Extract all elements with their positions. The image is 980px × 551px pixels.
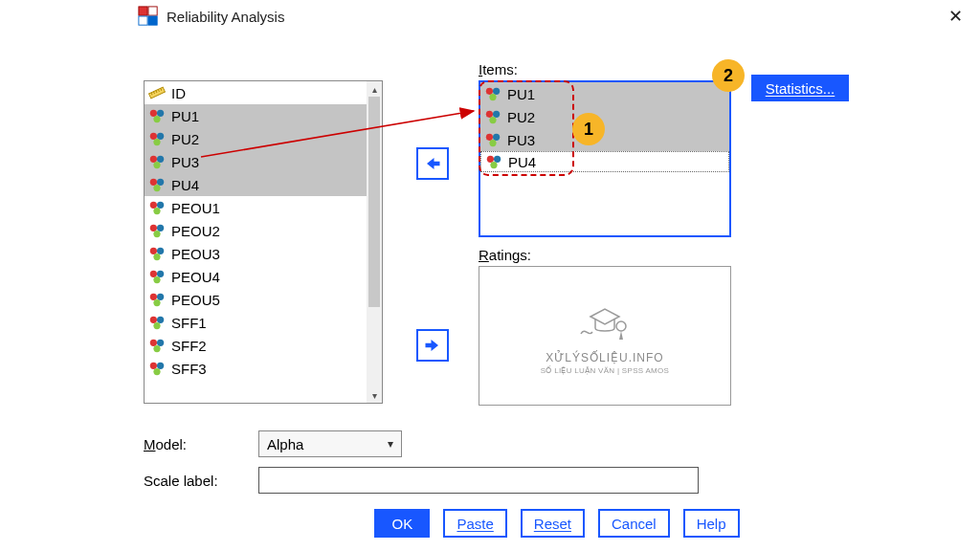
nominal-icon: [148, 130, 166, 147]
variable-row[interactable]: PEOU3: [145, 242, 368, 265]
nominal-icon: [148, 245, 166, 262]
dialog-button-row: OK Paste Reset Cancel Help: [134, 509, 980, 538]
model-select[interactable]: Alpha ▾: [258, 430, 402, 457]
svg-point-14: [157, 133, 164, 140]
svg-point-51: [489, 117, 496, 123]
help-button[interactable]: Help: [683, 509, 740, 538]
nominal-icon: [484, 85, 501, 102]
svg-point-53: [493, 134, 500, 141]
titlebar: Reliability Analysis ✕: [134, 0, 980, 33]
ratings-label: Ratings:: [479, 247, 531, 263]
source-variable-list[interactable]: IDPU1PU2PU3PU4PEOU1PEOU2PEOU3PEOU4PEOU5S…: [144, 80, 383, 404]
close-button[interactable]: ✕: [941, 4, 970, 29]
items-row[interactable]: PU3: [480, 128, 729, 151]
variable-row[interactable]: PU1: [145, 104, 368, 127]
cancel-button[interactable]: Cancel: [598, 509, 670, 538]
nominal-icon: [148, 337, 166, 354]
svg-point-49: [486, 111, 493, 118]
svg-rect-0: [139, 7, 147, 15]
svg-point-50: [493, 111, 500, 118]
dialog-body: IDPU1PU2PU3PU4PEOU1PEOU2PEOU3PEOU4PEOU5S…: [134, 33, 980, 551]
svg-point-31: [150, 271, 157, 277]
items-row[interactable]: PU2: [480, 105, 729, 128]
variable-row[interactable]: ID: [145, 81, 368, 104]
app-icon: [138, 6, 159, 27]
model-value: Alpha: [267, 436, 303, 452]
svg-point-15: [153, 139, 160, 145]
arrow-left-icon: [424, 155, 441, 172]
paste-button[interactable]: Paste: [443, 509, 506, 538]
variable-row[interactable]: PU2: [145, 127, 368, 150]
variable-row[interactable]: PEOU2: [145, 219, 368, 242]
items-row[interactable]: PU1: [480, 82, 729, 105]
variable-row[interactable]: PEOU1: [145, 196, 368, 219]
svg-point-42: [153, 345, 160, 352]
variable-row[interactable]: SFF3: [145, 357, 368, 380]
variable-row[interactable]: SFF2: [145, 334, 368, 357]
variable-name: PU3: [171, 154, 199, 170]
watermark-title: XỬLÝSỐLIỆU.INFO: [546, 351, 663, 364]
move-to-items-button[interactable]: [416, 147, 449, 180]
svg-point-20: [157, 179, 164, 186]
svg-point-29: [157, 248, 164, 254]
ratings-list[interactable]: XỬLÝSỐLIỆU.INFO SỐ LIỆU LUẬN VĂN | SPSS …: [479, 266, 731, 406]
svg-point-18: [153, 162, 160, 168]
scroll-down-icon[interactable]: ▾: [367, 387, 382, 403]
nominal-icon: [485, 153, 502, 170]
variable-name: PU1: [171, 108, 199, 124]
svg-point-54: [489, 140, 496, 146]
svg-point-24: [153, 208, 160, 214]
model-label: Model:: [144, 436, 187, 452]
svg-point-47: [493, 88, 500, 95]
svg-point-17: [157, 156, 164, 163]
svg-point-16: [150, 156, 157, 163]
items-row[interactable]: PU4: [480, 151, 729, 172]
ruler-icon: [145, 81, 168, 104]
svg-point-35: [157, 294, 164, 300]
svg-point-57: [490, 162, 497, 168]
variable-name: PU4: [171, 177, 199, 193]
scrollbar[interactable]: ▴ ▾: [367, 81, 382, 403]
svg-rect-2: [139, 16, 147, 25]
variable-row[interactable]: PEOU4: [145, 265, 368, 288]
reset-button[interactable]: Reset: [521, 509, 585, 538]
svg-point-34: [150, 294, 157, 300]
svg-rect-3: [148, 16, 157, 25]
items-label: Items:: [479, 61, 518, 77]
scroll-thumb[interactable]: [368, 97, 380, 307]
variable-name: PEOU1: [171, 200, 220, 216]
watermark-subtitle: SỐ LIỆU LUẬN VĂN | SPSS AMOS: [541, 366, 670, 375]
variable-row[interactable]: SFF1: [145, 311, 368, 334]
svg-point-48: [489, 94, 496, 100]
nominal-icon: [148, 176, 166, 193]
statistics-button[interactable]: Statistics...: [751, 75, 849, 101]
variable-name: PEOU3: [171, 246, 220, 262]
svg-point-21: [153, 185, 160, 191]
svg-point-26: [157, 225, 164, 231]
move-to-ratings-button[interactable]: [416, 329, 449, 362]
variable-row[interactable]: PU3: [145, 150, 368, 173]
variable-row[interactable]: PEOU5: [145, 288, 368, 311]
nominal-icon: [148, 222, 166, 239]
svg-point-33: [153, 276, 160, 283]
svg-point-23: [157, 202, 164, 209]
svg-point-13: [150, 133, 157, 140]
svg-point-44: [157, 363, 164, 369]
variable-name: SFF3: [171, 361, 207, 377]
svg-point-25: [150, 225, 157, 231]
variable-name: SFF1: [171, 315, 207, 331]
nominal-icon: [484, 108, 501, 125]
variable-row[interactable]: PU4: [145, 173, 368, 196]
nominal-icon: [148, 199, 166, 216]
scale-label-input[interactable]: [258, 467, 699, 494]
scroll-up-icon[interactable]: ▴: [367, 81, 382, 97]
svg-point-46: [486, 88, 493, 95]
ok-button[interactable]: OK: [374, 509, 430, 538]
item-name: PU3: [507, 132, 535, 148]
variable-name: ID: [171, 85, 186, 101]
svg-point-28: [150, 248, 157, 254]
nominal-icon: [148, 153, 166, 170]
items-list[interactable]: PU1PU2PU3PU4: [479, 80, 731, 237]
svg-point-58: [616, 321, 626, 331]
variable-name: PEOU2: [171, 223, 220, 239]
